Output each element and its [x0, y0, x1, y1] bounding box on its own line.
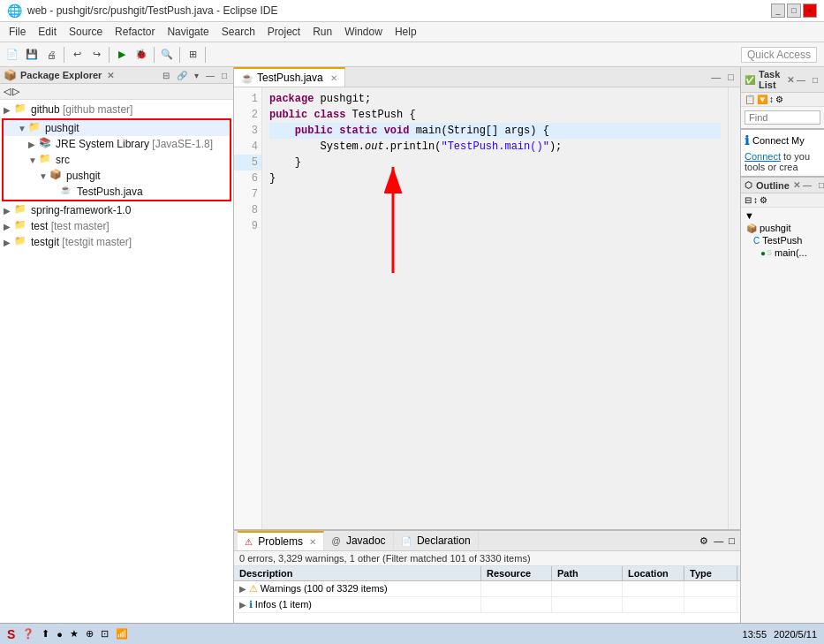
- collapse-all-btn[interactable]: ⊟: [160, 70, 172, 81]
- menu-help[interactable]: Help: [389, 24, 422, 40]
- link-editor-btn[interactable]: 🔗: [174, 70, 190, 81]
- expand-pushgit[interactable]: ▼: [18, 124, 28, 133]
- line-num-2: 2: [234, 107, 261, 123]
- spring-icon: 📁: [14, 203, 28, 217]
- view-menu-btn[interactable]: ▾: [192, 70, 201, 81]
- close-tab-btn[interactable]: ✕: [330, 73, 337, 83]
- problems-minimize-btn[interactable]: —: [712, 534, 725, 549]
- maximize-editor-btn[interactable]: □: [725, 71, 737, 83]
- maximize-btn[interactable]: □: [787, 4, 801, 18]
- expand-warnings-btn[interactable]: ▶: [239, 584, 249, 594]
- menu-refactor[interactable]: Refactor: [110, 24, 160, 40]
- tb-sep-2: [109, 47, 110, 63]
- redo-btn[interactable]: ↪: [87, 46, 105, 64]
- table-row-warnings[interactable]: ▶ ⚠ Warnings (100 of 3329 items): [234, 581, 740, 597]
- menu-edit[interactable]: Edit: [33, 24, 62, 40]
- tab-javadoc[interactable]: @ Javadoc: [324, 532, 393, 549]
- run-btn[interactable]: ▶: [113, 46, 131, 64]
- minimize-btn[interactable]: _: [771, 4, 785, 18]
- minimize-editor-btn[interactable]: —: [708, 71, 723, 83]
- expand-spring[interactable]: ▶: [4, 206, 14, 216]
- connect-section: ℹ Connect My Connect to you tools or cre…: [741, 130, 824, 178]
- tab-label: TestPush.java: [257, 72, 323, 84]
- forward-btn[interactable]: ▷: [12, 86, 19, 97]
- expand-src[interactable]: ▼: [28, 155, 39, 165]
- editor-scrollbar[interactable]: [728, 87, 740, 529]
- tree-item-testgit[interactable]: ▶ 📁 testgit [testgit master]: [0, 234, 233, 250]
- tree-item-test[interactable]: ▶ 📁 test [test master]: [0, 218, 233, 234]
- task-settings-btn[interactable]: ⚙: [775, 95, 783, 104]
- expand-jre[interactable]: ▶: [28, 140, 39, 149]
- expand-testgit[interactable]: ▶: [4, 238, 14, 247]
- tree-item-github[interactable]: ▶ 📁 github [github master]: [0, 102, 233, 117]
- col-type: Type: [684, 566, 737, 580]
- title-bar: 🌐 web - pushgit/src/pushgit/TestPush.jav…: [0, 0, 824, 22]
- outline-item-testpush[interactable]: C TestPush: [743, 234, 822, 246]
- new-task-btn[interactable]: 📋: [745, 95, 755, 104]
- line-numbers: 1 2 3 4 5 6 7 8 9: [234, 87, 262, 529]
- editor-tab-testpush[interactable]: ☕ TestPush.java ✕: [234, 67, 345, 87]
- expand-infos-btn[interactable]: ▶: [239, 600, 249, 610]
- outline-maximize[interactable]: □: [816, 179, 824, 191]
- outline-minimize[interactable]: —: [800, 179, 814, 191]
- problems-status: 0 errors, 3,329 warnings, 1 other (Filte…: [234, 551, 740, 566]
- close-btn[interactable]: ×: [803, 4, 817, 18]
- tasklist-maximize[interactable]: □: [810, 74, 820, 86]
- tab-declaration[interactable]: 📄 Declaration: [394, 532, 479, 549]
- package-explorer-title: 📦 Package Explorer ✕: [4, 69, 114, 81]
- save-btn[interactable]: 💾: [23, 46, 41, 64]
- expand-pkg[interactable]: ▼: [39, 171, 49, 181]
- perspective-btn[interactable]: ⊞: [184, 46, 201, 64]
- menu-file[interactable]: File: [4, 24, 31, 40]
- menu-search[interactable]: Search: [216, 24, 261, 40]
- back-btn[interactable]: ◁: [4, 86, 11, 97]
- problems-maximize-btn[interactable]: □: [727, 534, 737, 549]
- status-grid-icon: ⊡: [101, 628, 109, 640]
- print-btn[interactable]: 🖨: [42, 46, 60, 64]
- menu-project[interactable]: Project: [262, 24, 306, 40]
- tree-item-src[interactable]: ▼ 📁 src: [4, 152, 230, 168]
- tree-item-pushgit-pkg[interactable]: ▼ 📦 pushgit: [4, 168, 230, 184]
- tree-item-spring[interactable]: ▶ 📁 spring-framework-1.0: [0, 202, 233, 218]
- github-label: github [github master]: [31, 103, 132, 116]
- outline-header: ⬡ Outline ✕ — □: [741, 178, 824, 193]
- warnings-path: [552, 581, 623, 596]
- connect-text: Connect My: [752, 135, 805, 146]
- code-editor[interactable]: 1 2 3 4 5 6 7 8 9 package pushgit; publi…: [234, 87, 740, 529]
- undo-btn[interactable]: ↩: [68, 46, 86, 64]
- menu-navigate[interactable]: Navigate: [162, 24, 214, 40]
- java-icon: ☕: [60, 185, 74, 199]
- minimize-panel-btn[interactable]: —: [203, 70, 217, 81]
- table-row-infos[interactable]: ▶ ℹ Infos (1 item): [234, 597, 740, 613]
- outline-item-pushgit[interactable]: 📦 pushgit: [743, 222, 822, 234]
- infos-cell: ▶ ℹ Infos (1 item): [234, 597, 481, 612]
- task-sort-btn[interactable]: ↕: [769, 95, 774, 104]
- menu-source[interactable]: Source: [64, 24, 108, 40]
- tree-item-testpush[interactable]: ☕ TestPush.java: [4, 184, 230, 200]
- menu-run[interactable]: Run: [307, 24, 337, 40]
- outline-sort-btn[interactable]: ↕: [753, 195, 758, 205]
- infos-type: [684, 597, 737, 612]
- expand-github[interactable]: ▶: [4, 105, 14, 115]
- search-btn[interactable]: 🔍: [158, 46, 176, 64]
- tree-item-pushgit[interactable]: ▼ 📁 pushgit: [4, 120, 230, 136]
- maximize-panel-btn[interactable]: □: [219, 70, 230, 81]
- task-find-input[interactable]: [745, 110, 820, 125]
- debug-btn[interactable]: 🐞: [132, 46, 150, 64]
- outline-settings-btn[interactable]: ⚙: [760, 195, 767, 205]
- tree-item-jre[interactable]: ▶ 📚 JRE System Library [JavaSE-1.8]: [4, 136, 230, 152]
- outline-collapse-btn[interactable]: ⊟: [745, 195, 752, 205]
- outline-expand-btn[interactable]: ▼: [743, 209, 822, 222]
- code-line-8: }: [269, 170, 721, 186]
- col-description: Description: [234, 566, 481, 580]
- problems-settings-btn[interactable]: ⚙: [698, 534, 710, 549]
- code-text[interactable]: package pushgit; public class TestPush {…: [262, 87, 728, 529]
- connect-link[interactable]: Connect: [745, 151, 781, 162]
- task-filter-btn[interactable]: 🔽: [757, 95, 767, 104]
- tab-problems[interactable]: ⚠ Problems ✕: [238, 531, 324, 550]
- menu-window[interactable]: Window: [339, 24, 388, 40]
- expand-test[interactable]: ▶: [4, 222, 14, 231]
- outline-item-main[interactable]: ● S main(...: [743, 246, 822, 259]
- tasklist-minimize[interactable]: —: [794, 74, 808, 86]
- new-btn[interactable]: 📄: [4, 46, 21, 64]
